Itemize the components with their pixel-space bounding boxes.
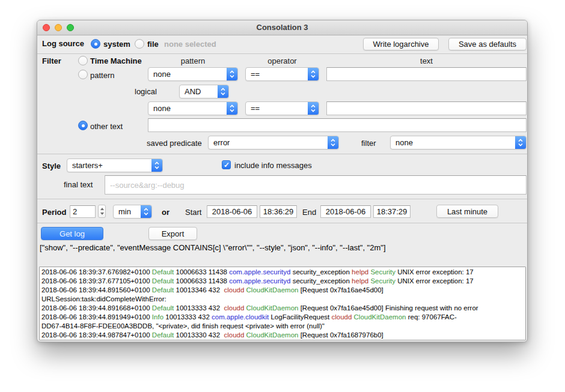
log-line: 2018-06-06 18:39:44.987847+0100 Default … xyxy=(41,331,524,340)
chevron-up-down-icon xyxy=(151,159,162,172)
log-line: 2018-06-06 18:39:44.891949+0100 Info 100… xyxy=(41,313,524,322)
period-label: Period xyxy=(42,208,66,217)
section-divider xyxy=(37,154,527,154)
chevron-up-down-icon xyxy=(227,68,237,80)
chevron-up-down-icon xyxy=(308,68,319,80)
logical-label: logical xyxy=(135,87,157,96)
pattern2-select[interactable]: none xyxy=(148,101,238,115)
period-unit-select[interactable]: min xyxy=(113,205,152,219)
app-window: Consolation 3 Log source system file non… xyxy=(37,20,528,342)
log-line: 2018-06-06 18:39:37.677105+0100 Default … xyxy=(41,277,524,286)
final-text-label: final text xyxy=(64,180,93,189)
filter-select-value: none xyxy=(396,138,413,147)
chevron-up-down-icon xyxy=(515,136,526,149)
other-text-input[interactable] xyxy=(148,118,527,132)
pattern1-select[interactable]: none xyxy=(148,67,238,81)
log-output[interactable]: 2018-06-06 18:39:37.676982+0100 Default … xyxy=(39,267,526,340)
operator1-select[interactable]: == xyxy=(245,67,319,81)
style-section-label: Style xyxy=(42,161,61,170)
saved-predicate-select[interactable]: error xyxy=(208,136,339,149)
title-bar[interactable]: Consolation 3 xyxy=(37,20,527,35)
logical-select-value: AND xyxy=(185,87,201,96)
pattern2-select-value: none xyxy=(153,104,171,113)
time-machine-label: Time Machine xyxy=(90,56,142,65)
start-time-input[interactable] xyxy=(260,205,297,218)
save-as-defaults-button[interactable]: Save as defaults xyxy=(448,38,527,50)
filter-section-label: Filter xyxy=(42,56,61,65)
pattern1-select-value: none xyxy=(153,70,171,79)
log-line: 2018-06-06 18:39:44.891560+0100 Default … xyxy=(41,286,524,295)
other-text-radio-label: other text xyxy=(90,122,123,131)
section-divider xyxy=(37,199,527,199)
chevron-up-down-icon xyxy=(328,136,338,149)
log-source-radio-file[interactable] xyxy=(135,39,144,49)
log-source-label: Log source xyxy=(42,39,84,48)
log-line: URLSession:task:didCompleteWithError: xyxy=(41,295,524,304)
end-label: End xyxy=(302,208,316,217)
column-header-pattern: pattern xyxy=(148,56,238,65)
end-time-input[interactable] xyxy=(373,205,411,218)
or-label: or xyxy=(162,208,170,217)
operator2-select[interactable]: == xyxy=(245,101,319,115)
text2-input[interactable] xyxy=(326,101,527,115)
operator2-select-value: == xyxy=(251,104,260,113)
include-info-checkbox[interactable] xyxy=(222,160,231,169)
filter-select[interactable]: none xyxy=(390,136,527,149)
saved-predicate-label: saved predicate xyxy=(147,139,202,148)
pattern-radio-label: pattern xyxy=(90,71,114,80)
chevron-up-down-icon xyxy=(308,102,319,115)
file-none-selected-text: none selected xyxy=(164,40,216,49)
period-unit-value: min xyxy=(118,207,131,216)
log-source-system-label: system xyxy=(103,40,130,49)
chevron-up-down-icon xyxy=(218,85,228,98)
start-label: Start xyxy=(185,208,201,217)
chevron-up-down-icon xyxy=(141,205,151,218)
start-date-input[interactable] xyxy=(207,205,257,218)
log-line: 2018-06-06 18:39:37.676982+0100 Default … xyxy=(41,268,524,277)
text1-input[interactable] xyxy=(326,67,527,81)
period-value-input[interactable] xyxy=(70,205,96,218)
style-select[interactable]: starters+ xyxy=(67,158,163,172)
log-source-file-label: file xyxy=(147,40,159,49)
logical-select[interactable]: AND xyxy=(179,85,229,98)
operator1-select-value: == xyxy=(251,70,260,79)
last-minute-button[interactable]: Last minute xyxy=(436,205,498,218)
style-select-value: starters+ xyxy=(72,161,103,170)
period-stepper[interactable] xyxy=(98,205,106,218)
chevron-up-down-icon xyxy=(227,102,237,115)
log-line: 2018-06-06 18:39:44.891668+0100 Default … xyxy=(41,304,524,313)
get-log-button[interactable]: Get log xyxy=(41,227,103,240)
filter-radio-time-machine[interactable] xyxy=(78,56,88,65)
log-source-radio-system[interactable] xyxy=(91,39,100,49)
column-header-operator: operator xyxy=(245,56,319,65)
write-logarchive-button[interactable]: Write logarchive xyxy=(363,38,439,50)
zoom-button-icon[interactable] xyxy=(67,24,74,31)
saved-predicate-value: error xyxy=(213,138,230,147)
command-preview-text: ["show", "--predicate", "eventMessage CO… xyxy=(40,243,386,252)
section-divider xyxy=(37,53,527,54)
column-header-text: text xyxy=(326,56,527,65)
final-text-input[interactable] xyxy=(105,175,527,194)
filter-select-label: filter xyxy=(361,139,376,148)
window-title: Consolation 3 xyxy=(37,20,527,35)
minimize-button-icon[interactable] xyxy=(55,24,62,31)
end-date-input[interactable] xyxy=(320,205,371,218)
filter-radio-pattern[interactable] xyxy=(78,70,88,79)
close-button-icon[interactable] xyxy=(43,24,50,31)
filter-radio-other-text[interactable] xyxy=(78,121,88,130)
section-divider xyxy=(37,223,527,223)
include-info-label: include info messages xyxy=(234,161,312,170)
export-button[interactable]: Export xyxy=(148,227,197,240)
log-line: DD67-4B14-8F8F-FDEE00A3BDDB, "<private>,… xyxy=(41,322,524,331)
